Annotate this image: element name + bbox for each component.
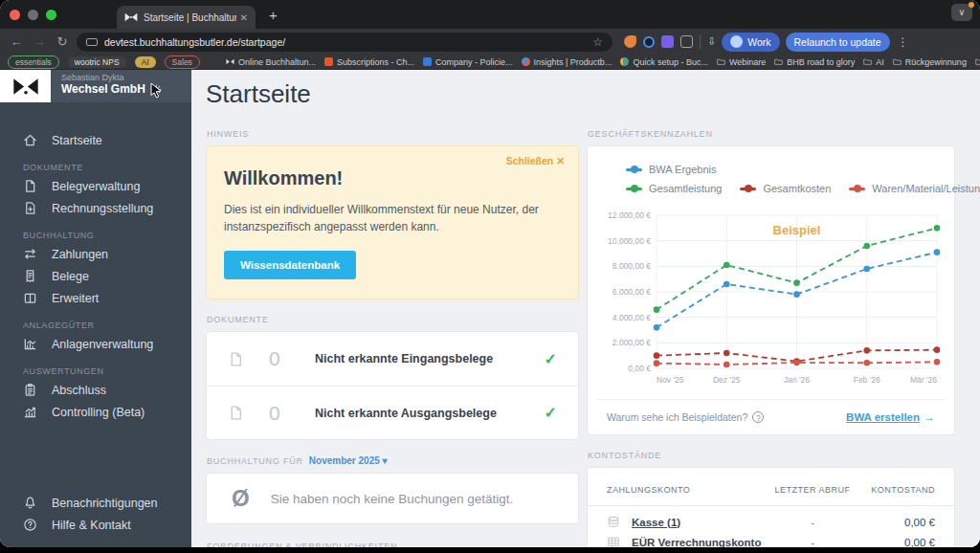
extension-icon[interactable]: [661, 35, 674, 48]
bookmark-item[interactable]: Online Buchhaltun...: [226, 57, 316, 67]
konto-row-kasse: Kasse (1) - 0,00 €: [588, 512, 954, 532]
sidebar-item-controlling[interactable]: Controlling (Beta): [0, 401, 191, 423]
minimize-window-button[interactable]: [28, 10, 38, 20]
legend-entry[interactable]: Gesamtleistung: [626, 183, 722, 194]
svg-text:6.000,00 €: 6.000,00 €: [612, 287, 651, 297]
bookmark-pill[interactable]: AI: [135, 56, 156, 68]
sidebar: Sebastian Dykta Wechsel GmbH Startseite …: [0, 70, 191, 547]
browser-tab[interactable]: Startseite | BuchhaltungsBut ✕: [117, 6, 256, 29]
buchhaltung-label: BUCHHALTUNG FÜR November 2025 ▾: [207, 455, 579, 466]
controlling-chart-icon: [23, 405, 37, 419]
legend-entry[interactable]: Waren/Material/Leistungen: [849, 183, 980, 194]
question-icon[interactable]: ?: [752, 411, 764, 423]
fullscreen-window-button[interactable]: [46, 10, 56, 20]
close-icon: ✕: [556, 155, 565, 166]
legend-entry[interactable]: BWA Ergebnis: [626, 164, 717, 175]
bookmark-pill[interactable]: Sales: [165, 55, 200, 69]
svg-text:0,00 €: 0,00 €: [628, 364, 651, 373]
bookmark-pill[interactable]: essentials: [8, 55, 59, 69]
sidebar-item-belege[interactable]: Belege: [0, 265, 191, 287]
caret-down-icon: ▾: [383, 455, 388, 466]
sidebar-item-hilfe-kontakt[interactable]: Hilfe & Kontakt: [0, 514, 191, 536]
bell-icon: [23, 496, 37, 510]
konto-link[interactable]: EÜR Verrechnungskonto: [632, 537, 774, 548]
update-dot: [969, 2, 974, 8]
downloads-icon[interactable]: ⇩: [707, 35, 716, 48]
sidebar-item-benachrichtigungen[interactable]: Benachrichtigungen: [0, 492, 191, 514]
dokumente-label: DOKUMENTE: [207, 315, 579, 324]
profile-chip[interactable]: Work: [722, 33, 779, 52]
account-switcher[interactable]: Sebastian Dykta Wechsel GmbH: [51, 70, 191, 102]
kontostaende-card: ZAHLUNGSKONTO LETZTER ABRUF KONTOSTAND K…: [587, 467, 955, 547]
tab-close-icon[interactable]: ✕: [240, 12, 248, 23]
chrome-menu-icon[interactable]: ⋮: [898, 35, 909, 49]
series-marker: [740, 188, 756, 190]
extension-icon[interactable]: [643, 36, 655, 48]
left-column: HINWEIS Schließen ✕ Willkommen! Dies ist…: [206, 129, 579, 547]
forward-button[interactable]: →: [31, 34, 48, 49]
folder-icon: [975, 57, 980, 66]
new-tab-button[interactable]: +: [269, 7, 278, 23]
extensions-row: ⇩: [624, 35, 716, 49]
reload-button[interactable]: ↻: [54, 34, 71, 49]
close-window-button[interactable]: [10, 10, 20, 20]
close-welcome-button[interactable]: Schließen ✕: [506, 155, 565, 166]
home-icon: [23, 133, 37, 147]
sidebar-item-anlagenverwaltung[interactable]: Anlagenverwaltung: [0, 333, 191, 355]
bookmark-folder[interactable]: Rückgewinnung: [893, 57, 967, 67]
bookmark-star-icon[interactable]: ☆: [592, 35, 603, 49]
user-name: Sebastian Dykta: [61, 73, 191, 82]
konto-row-euer: EÜR Verrechnungskonto - 0,00 €: [588, 532, 954, 547]
bookmark-folder[interactable]: Webinare: [717, 57, 766, 67]
sidebar-item-zahlungen[interactable]: Zahlungen: [0, 243, 191, 265]
dokumente-row-eingangsbelege[interactable]: 0 Nicht erkannte Eingangsbelege ✓: [207, 332, 578, 386]
sidebar-item-startseite[interactable]: Startseite: [0, 129, 191, 151]
url-text[interactable]: devtest.buchhaltungsbutler.de/startpage/: [104, 36, 586, 48]
back-button[interactable]: ←: [8, 34, 25, 49]
bookmark-folder[interactable]: Sales: [975, 57, 980, 67]
sidebar-header: Sebastian Dykta Wechsel GmbH: [0, 70, 191, 102]
konto-link[interactable]: Kasse (1): [632, 517, 774, 528]
kennzahlen-label: GESCHÄFTSKENNZAHLEN: [588, 129, 955, 139]
address-bar[interactable]: devtest.buchhaltungsbutler.de/startpage/…: [77, 33, 612, 52]
site-info-icon[interactable]: [86, 38, 98, 46]
doc-count: 0: [269, 402, 301, 425]
favicon: [324, 57, 333, 66]
sidebar-item-erweitert[interactable]: Erweitert: [0, 287, 191, 309]
chart-legend: BWA Ergebnis Gesamtleistung Gesamtkosten…: [595, 160, 947, 204]
app-logo[interactable]: [0, 70, 51, 102]
kontostaende-label: KONTOSTÄNDE: [588, 451, 955, 460]
hinweis-label: HINWEIS: [207, 129, 579, 139]
invoice-icon: [23, 201, 37, 215]
bookmark-item[interactable]: Quick setup - Buc...: [620, 57, 708, 67]
relaunch-to-update-button[interactable]: Relaunch to update: [786, 33, 890, 52]
svg-text:Mär '26: Mär '26: [910, 375, 937, 385]
sidebar-section-auswertungen: AUSWERTUNGEN: [0, 365, 191, 377]
series-marker: [626, 188, 642, 190]
sidebar-item-abschluss[interactable]: Abschluss: [0, 379, 191, 401]
bowtie-favicon: [226, 57, 234, 66]
profile-avatar: [730, 35, 743, 48]
bookmark-item[interactable]: Subscriptions - Ch...: [324, 57, 414, 67]
bookmark-item[interactable]: Insights | Productb...: [522, 57, 612, 67]
bookmark-folder[interactable]: BHB road to glory: [774, 57, 855, 67]
receipt-icon: [23, 269, 37, 283]
window-chevron-button[interactable]: ∨: [951, 4, 972, 21]
bookmark-item[interactable]: Company - Policie...: [423, 57, 513, 67]
kontostaende-header: ZAHLUNGSKONTO LETZTER ABRUF KONTOSTAND: [588, 474, 954, 506]
dokumente-row-ausgangsbelege[interactable]: 0 Nicht erkannte Ausgangsbelege ✓: [207, 386, 578, 439]
period-dropdown[interactable]: November 2025 ▾: [309, 455, 388, 466]
bwa-erstellen-link[interactable]: BWA erstellen: [846, 411, 920, 423]
company-name: Wechsel GmbH: [61, 82, 145, 96]
extension-icon[interactable]: [624, 35, 636, 48]
bookmark-folder[interactable]: AI: [863, 57, 884, 67]
extensions-puzzle-icon[interactable]: [680, 35, 693, 48]
wissensdatenbank-button[interactable]: Wissensdatenbank: [224, 251, 356, 279]
sidebar-section-buchhaltung: BUCHHALTUNG: [0, 230, 191, 241]
right-column: GESCHÄFTSKENNZAHLEN BWA Ergebnis Gesamtl…: [587, 129, 955, 547]
sidebar-item-rechnungsstellung[interactable]: Rechnungsstellung: [0, 197, 191, 219]
sidebar-item-belegverwaltung[interactable]: Belegverwaltung: [0, 175, 191, 197]
legend-entry[interactable]: Gesamtkosten: [740, 183, 831, 194]
folder-icon: [893, 57, 902, 66]
bookmark-pill[interactable]: wootric NPS: [68, 56, 126, 68]
